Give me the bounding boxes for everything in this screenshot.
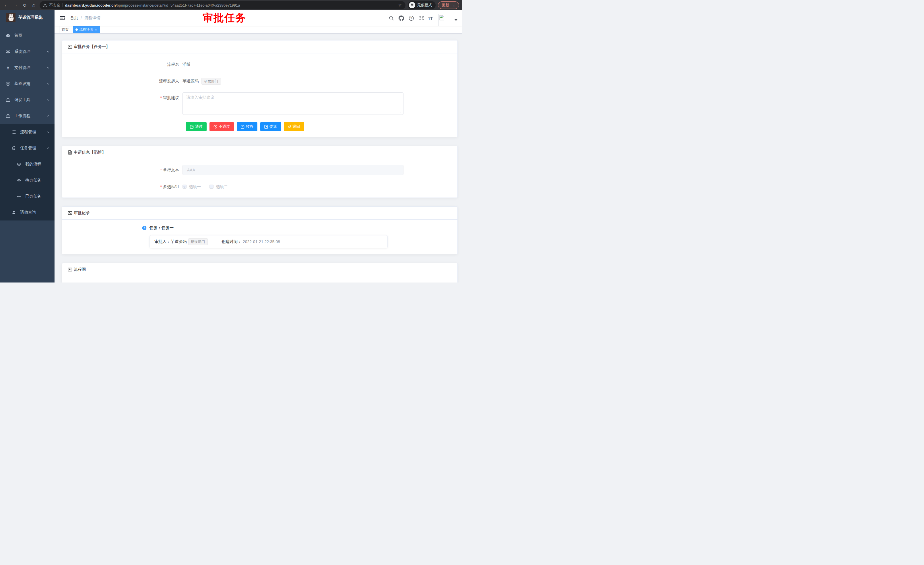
logo-avatar (6, 13, 15, 22)
checkbox-option1[interactable]: 选项一 (183, 182, 201, 192)
font-size-icon[interactable]: TT (428, 16, 433, 21)
process-name-value: 滔博 (183, 59, 404, 69)
incognito-badge: 无痕模式 (408, 1, 436, 9)
tag-label: 流程详情 (79, 27, 93, 32)
security-label[interactable]: 不安全 (50, 3, 60, 8)
app-logo[interactable]: 芋道管理系统 (0, 11, 54, 25)
sidebar-item-home[interactable]: 首页 (0, 27, 54, 44)
tag-process-detail[interactable]: 流程详情 × (73, 26, 100, 33)
tag-label: 首页 (62, 27, 69, 32)
circle-close-icon (213, 125, 217, 129)
checkbox-label: 选项一 (189, 182, 201, 192)
browser-menu-icon[interactable]: ⋮ (452, 3, 456, 7)
checkbox-checked-icon (183, 185, 186, 189)
sidebar-item-label: 支付管理 (14, 65, 46, 70)
breadcrumb-separator: / (81, 16, 82, 20)
sidebar-item-my-process[interactable]: 我的流程 (0, 156, 54, 172)
chevron-down-icon (46, 130, 50, 134)
help-icon[interactable]: ? (408, 15, 415, 21)
breadcrumb-home[interactable]: 首页 (70, 15, 78, 21)
approval-records-card: 审批记录 任务：任务一 审批人： 芋道 (62, 206, 458, 254)
card-header: 审批任务【任务一】 (62, 41, 458, 53)
dept-tag: 研发部门 (188, 238, 208, 245)
picture-icon (68, 45, 72, 49)
document-icon (68, 150, 72, 155)
checkbox-option2[interactable]: 选项二 (210, 182, 228, 192)
sidebar-item-todo-tasks[interactable]: 待办任务 (0, 172, 54, 188)
url-path: /bpm/process-instance/detail?id=54aa251f… (116, 3, 240, 8)
sidebar-item-label: 已办任务 (25, 194, 50, 199)
checkbox-unchecked-icon (210, 185, 213, 189)
card-title: 审批记录 (74, 210, 90, 216)
update-label[interactable]: 更新 (442, 3, 449, 8)
sidebar-item-system[interactable]: 系统管理 (0, 44, 54, 60)
picture-icon (68, 211, 72, 215)
button-label: 转办 (246, 124, 254, 129)
chevron-up-icon (46, 114, 50, 118)
reject-button[interactable]: 不通过 (210, 122, 234, 131)
sidebar-item-devtools[interactable]: 研发工具 (0, 92, 54, 108)
card-body (62, 276, 458, 282)
browser-forward-icon[interactable]: → (12, 2, 19, 9)
chevron-down-icon (46, 50, 50, 53)
card-title: 审批任务【任务一】 (74, 44, 110, 50)
fullscreen-icon[interactable] (418, 15, 425, 21)
sidebar-item-workflow[interactable]: 工作流程 (0, 108, 54, 124)
sidebar-item-process-mgmt[interactable]: 流程管理 (0, 124, 54, 140)
bookmark-star-icon[interactable]: ☆ (398, 3, 402, 8)
incognito-label: 无痕模式 (417, 3, 432, 8)
sidebar-item-label: 首页 (14, 33, 50, 38)
checkbox-group: 选项一 选项二 (183, 182, 228, 192)
active-tag-dot (75, 29, 78, 31)
initiator-value: 芋道源码研发部门 (183, 76, 404, 86)
card-title: 申请信息【滔博】 (74, 150, 106, 155)
yen-icon: ¥ (6, 65, 10, 70)
browser-update-button[interactable]: 更新 ⋮ (438, 2, 459, 9)
field-label: 流程发起人 (68, 76, 183, 86)
sidebar-item-payment[interactable]: ¥ 支付管理 (0, 60, 54, 76)
assignee-label: 审批人： (154, 239, 171, 244)
approve-button[interactable]: 通过 (186, 122, 207, 131)
sidebar-item-label: 工作流程 (14, 113, 46, 119)
return-button[interactable]: ↺ 退回 (284, 122, 304, 131)
button-label: 通过 (195, 124, 202, 129)
browser-reload-icon[interactable]: ↻ (21, 2, 28, 9)
eye-closed-icon (16, 194, 21, 199)
sidebar-item-infrastructure[interactable]: 基础设施 (0, 76, 54, 92)
card-body: 任务：任务一 审批人： 芋道源码 研发部门 创建时间： 2022-01-21 2… (62, 219, 458, 254)
sidebar-fold-icon[interactable] (59, 15, 66, 21)
url-host: dashboard.yudao.iocoder.cn (65, 3, 116, 8)
avatar[interactable] (438, 14, 450, 26)
page-content: 审批任务【任务一】 流程名 滔博 流程发起人 芋道源码研发部门 (54, 34, 462, 282)
search-icon[interactable] (388, 15, 394, 21)
edit-icon (264, 125, 268, 129)
navbar-actions: ? TT (388, 10, 458, 26)
record-detail-card: 审批人： 芋道源码 研发部门 创建时间： 2022-01-21 22:35:08 (150, 235, 388, 248)
sidebar-item-task-mgmt[interactable]: 任务管理 (0, 140, 54, 156)
url-text[interactable]: dashboard.yudao.iocoder.cn/bpm/process-i… (65, 3, 396, 8)
checkbox-label: 选项二 (216, 182, 228, 192)
tag-home[interactable]: 首页 (59, 26, 71, 33)
top-navbar: 首页 / 流程详情 ? T (54, 11, 462, 26)
single-line-text-input[interactable] (183, 165, 404, 175)
transfer-button[interactable]: 转办 (237, 122, 257, 131)
address-bar[interactable]: 不安全 dashboard.yudao.iocoder.cn/bpm/proce… (40, 1, 405, 9)
approval-opinion-input[interactable] (183, 92, 404, 115)
browser-home-icon[interactable]: ⌂ (30, 2, 37, 9)
sidebar-item-label: 请假查询 (20, 210, 50, 215)
browser-back-icon[interactable]: ← (3, 2, 10, 9)
github-icon[interactable] (398, 15, 405, 21)
eye-open-icon (16, 178, 21, 183)
picture-icon (68, 267, 72, 272)
breadcrumb: 首页 / 流程详情 (70, 15, 100, 21)
initiator-name: 芋道源码 (183, 79, 199, 83)
sidebar-item-done-tasks[interactable]: 已办任务 (0, 188, 54, 204)
browser-toolbar: ← → ↻ ⌂ 不安全 dashboard.yudao.iocoder.cn/b… (0, 0, 462, 11)
dashboard-icon (6, 33, 10, 38)
sidebar-item-leave-query[interactable]: 请假查询 (0, 204, 54, 221)
avatar-dropdown-caret-icon[interactable] (454, 19, 458, 21)
tag-close-icon[interactable]: × (94, 28, 97, 32)
sidebar: 芋道管理系统 首页 系统管理 ¥ (0, 11, 54, 282)
delegate-button[interactable]: 委派 (260, 122, 281, 131)
sidebar-item-label: 任务管理 (20, 146, 46, 151)
